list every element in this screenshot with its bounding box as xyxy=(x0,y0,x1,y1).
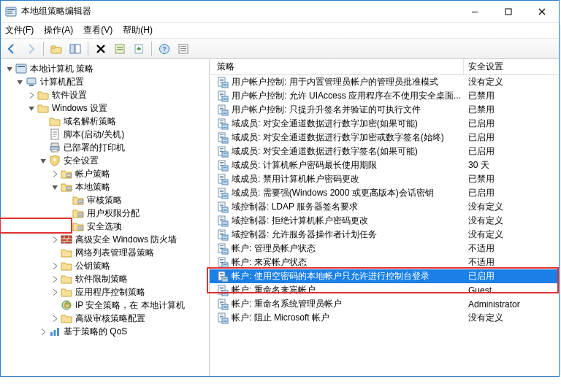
maximize-button[interactable] xyxy=(492,1,525,22)
policy-row[interactable]: 帐户: 管理员帐户状态不适用 xyxy=(210,242,559,255)
policy-row[interactable]: 域成员: 计算机帐户密码最长使用期限30 天 xyxy=(210,158,559,172)
filter-button[interactable] xyxy=(175,41,191,57)
minimize-button[interactable] xyxy=(458,1,492,22)
tree-twisty[interactable] xyxy=(39,117,47,126)
svg-rect-111 xyxy=(222,193,228,199)
policy-row[interactable]: 域控制器: 拒绝计算机帐户密码更改没有定义 xyxy=(210,214,559,228)
menu-action[interactable]: 操作(A) xyxy=(44,24,73,36)
tree-twisty[interactable] xyxy=(50,261,59,270)
tree-twisty[interactable] xyxy=(50,235,59,244)
tree-twisty[interactable] xyxy=(62,196,71,204)
tree-icon xyxy=(15,63,27,74)
tree-item[interactable]: 本地计算机 策略 xyxy=(4,62,209,75)
tree-twisty[interactable] xyxy=(50,301,59,310)
tree-twisty[interactable] xyxy=(50,288,59,296)
policy-row[interactable]: 域成员: 需要强(Windows 2000 或更高版本)会话密钥已启用 xyxy=(210,186,559,200)
svg-rect-113 xyxy=(224,196,227,197)
tree-pane[interactable]: 本地计算机 策略计算机配置软件设置Windows 设置域名解析策略脚本(启动/关… xyxy=(1,59,210,376)
help-button[interactable]: ? xyxy=(156,41,172,57)
svg-rect-5 xyxy=(505,9,511,15)
policy-row[interactable]: 帐户: 使用空密码的本地帐户只允许进行控制台登录已启用 xyxy=(210,269,559,283)
tree-item[interactable]: 基于策略的 QoS xyxy=(4,325,209,338)
tree-twisty[interactable] xyxy=(50,169,59,178)
col-setting[interactable]: 安全设置 xyxy=(464,59,559,74)
tree-item[interactable]: IP 安全策略，在 本地计算机 xyxy=(4,299,209,312)
svg-rect-165 xyxy=(220,302,224,303)
tree-icon xyxy=(61,181,72,193)
tree-item[interactable]: 计算机配置 xyxy=(4,75,209,88)
tree-item[interactable]: 本地策略 xyxy=(4,180,209,193)
properties-button[interactable] xyxy=(112,41,128,57)
tree-twisty[interactable] xyxy=(50,248,59,257)
tree-twisty[interactable] xyxy=(62,209,71,218)
tree-icon xyxy=(61,299,72,311)
tree-twisty[interactable] xyxy=(27,91,36,99)
tree-item[interactable]: 审核策略 xyxy=(4,193,209,207)
svg-rect-126 xyxy=(224,223,227,223)
policy-row[interactable]: 域控制器: LDAP 服务器签名要求没有定义 xyxy=(210,200,559,214)
tree-item[interactable]: 安全选项 xyxy=(4,220,209,233)
show-hide-tree-button[interactable] xyxy=(67,41,83,57)
svg-rect-76 xyxy=(222,124,228,129)
policy-row[interactable]: 用户帐户控制: 允许 UIAccess 应用程序在不使用安全桌面...已禁用 xyxy=(210,89,559,103)
svg-rect-151 xyxy=(220,274,224,275)
tree-icon xyxy=(61,273,72,285)
svg-rect-80 xyxy=(220,134,224,135)
tree-item[interactable]: 高级审核策略配置 xyxy=(4,312,209,325)
col-policy[interactable]: 策略 xyxy=(210,59,464,74)
tree-item[interactable]: 应用程序控制策略 xyxy=(4,285,209,299)
tree-item[interactable]: 网络列表管理器策略 xyxy=(4,246,209,259)
policy-row[interactable]: 帐户: 阻止 Microsoft 帐户没有定义 xyxy=(210,311,559,325)
tree-twisty[interactable] xyxy=(39,327,47,336)
back-button[interactable] xyxy=(4,41,20,57)
svg-rect-171 xyxy=(220,315,224,315)
tree-label: 已部署的打印机 xyxy=(64,142,125,154)
tree-item[interactable]: 软件限制策略 xyxy=(4,272,209,285)
tree-item[interactable]: 域名解析策略 xyxy=(4,115,209,128)
policy-row[interactable]: 帐户: 来宾帐户状态不适用 xyxy=(210,255,559,269)
policy-row[interactable]: 域控制器: 允许服务器操作者计划任务没有定义 xyxy=(210,228,559,242)
svg-rect-20 xyxy=(16,64,26,73)
tree-item[interactable]: 公钥策略 xyxy=(4,259,209,272)
tree-twisty[interactable] xyxy=(27,104,36,112)
tree-item[interactable]: 已部署的打印机 xyxy=(4,141,209,154)
tree-twisty[interactable] xyxy=(62,222,71,231)
policy-icon xyxy=(217,104,229,116)
tree-twisty[interactable] xyxy=(50,274,59,283)
tree-twisty[interactable] xyxy=(39,143,47,152)
tree-item[interactable]: 帐户策略 xyxy=(4,167,209,180)
tree-item[interactable]: Windows 设置 xyxy=(4,101,209,115)
policy-row[interactable]: 帐户: 重命名系统管理员帐户Administrator xyxy=(210,297,559,311)
tree-twisty[interactable] xyxy=(5,64,14,73)
tree-item[interactable]: 高级安全 Windows 防火墙 xyxy=(4,233,209,246)
policy-row[interactable]: 用户帐户控制: 用于内置管理员帐户的管理员批准模式没有定义 xyxy=(210,75,559,89)
tree-twisty[interactable] xyxy=(50,314,59,323)
tree-item[interactable]: 安全设置 xyxy=(4,154,209,167)
tree-twisty[interactable] xyxy=(39,156,47,165)
tree-twisty[interactable] xyxy=(39,130,47,139)
svg-rect-74 xyxy=(220,122,224,123)
policy-row[interactable]: 域成员: 禁用计算机帐户密码更改已禁用 xyxy=(210,172,559,186)
tree-label: 基于策略的 QoS xyxy=(64,326,127,338)
delete-button[interactable] xyxy=(93,41,109,57)
tree-item[interactable]: 软件设置 xyxy=(4,88,209,101)
policy-row[interactable]: 域成员: 对安全通道数据进行数字加密(如果可能)已启用 xyxy=(210,117,559,131)
tree-twisty[interactable] xyxy=(15,77,24,86)
export-list-button[interactable] xyxy=(131,41,147,57)
close-button[interactable] xyxy=(525,1,559,22)
policy-row[interactable]: 帐户: 重命名来宾帐户Guest xyxy=(210,283,559,297)
policy-row[interactable]: 域成员: 对安全通道数据进行数字签名(如果可能)已启用 xyxy=(210,145,559,158)
policy-row[interactable]: 域成员: 对安全通道数据进行数字加密或数字签名(始终)已启用 xyxy=(210,131,559,145)
policy-row[interactable]: 用户帐户控制: 只提升升签名并验证的可执行文件已禁用 xyxy=(210,103,559,117)
tree-twisty[interactable] xyxy=(50,182,59,191)
up-button[interactable] xyxy=(48,41,64,57)
menu-help[interactable]: 帮助(H) xyxy=(123,24,153,36)
menu-file[interactable]: 文件(F) xyxy=(5,24,34,36)
svg-rect-29 xyxy=(66,174,71,177)
list-body[interactable]: 用户帐户控制: 用于内置管理员帐户的管理员批准模式没有定义用户帐户控制: 允许 … xyxy=(210,75,559,376)
forward-button[interactable] xyxy=(23,41,39,57)
menu-view[interactable]: 查看(V) xyxy=(83,24,112,36)
svg-rect-144 xyxy=(220,261,224,261)
tree-item[interactable]: 用户权限分配 xyxy=(4,207,209,220)
tree-item[interactable]: 脚本(启动/关机) xyxy=(4,128,209,141)
